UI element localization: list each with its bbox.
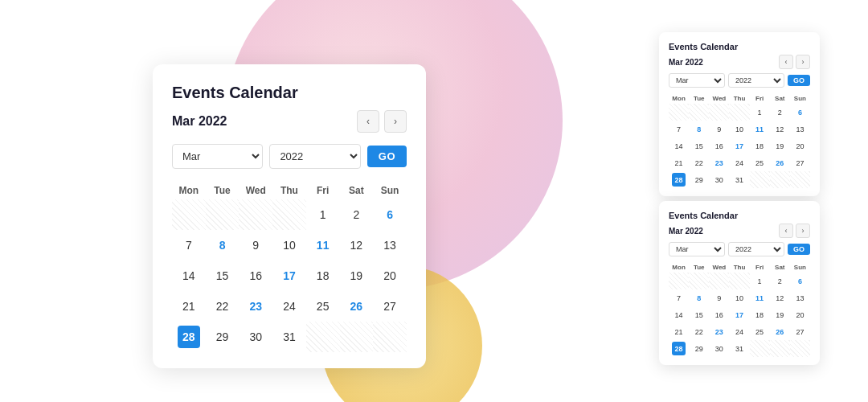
day-13[interactable]: 13 (379, 234, 401, 256)
sc-b-day-2[interactable]: 2 (773, 274, 787, 288)
day-1[interactable]: 1 (312, 203, 334, 226)
day-23[interactable]: 23 (244, 295, 267, 318)
day-7[interactable]: 7 (178, 234, 200, 256)
sc-b-day-16[interactable]: 16 (712, 308, 726, 322)
day-29[interactable]: 29 (211, 326, 234, 348)
main-year-select[interactable]: 2020202120222023 (269, 144, 360, 169)
sc-day-21[interactable]: 21 (672, 156, 686, 170)
day-30[interactable]: 30 (244, 326, 267, 348)
sc-day-9[interactable]: 9 (712, 122, 726, 136)
day-17[interactable]: 17 (278, 265, 301, 287)
sc-b-day-25[interactable]: 25 (753, 325, 767, 338)
sc-b-day-31[interactable]: 31 (732, 342, 746, 355)
sc-day-26[interactable]: 26 (773, 156, 787, 170)
sc-top-next-button[interactable]: › (796, 55, 810, 69)
main-prev-button[interactable]: ‹ (357, 110, 379, 133)
sc-day-12[interactable]: 12 (773, 122, 787, 136)
day-18[interactable]: 18 (312, 265, 334, 287)
day-31[interactable]: 31 (278, 326, 301, 348)
sc-b-day-13[interactable]: 13 (793, 291, 807, 305)
sc-day-2[interactable]: 2 (773, 105, 787, 119)
day-11[interactable]: 11 (312, 234, 334, 256)
day-12[interactable]: 12 (345, 234, 367, 256)
sc-b-day-12[interactable]: 12 (773, 291, 787, 305)
sc-b-day-15[interactable]: 15 (692, 308, 706, 322)
sc-top-go-button[interactable]: GO (788, 75, 810, 86)
sc-day-22[interactable]: 22 (692, 156, 706, 170)
sc-b-day-24[interactable]: 24 (732, 325, 746, 338)
sc-b-day-9[interactable]: 9 (712, 291, 726, 305)
sc-day-31[interactable]: 31 (732, 173, 746, 187)
day-26[interactable]: 26 (345, 295, 367, 318)
sc-top-month-select[interactable]: JanFebMarApr (669, 73, 725, 88)
sc-b-day-1[interactable]: 1 (753, 274, 767, 288)
sc-day-10[interactable]: 10 (732, 122, 746, 136)
day-9[interactable]: 9 (244, 234, 267, 256)
day-10[interactable]: 10 (278, 234, 301, 256)
sc-day-29[interactable]: 29 (692, 173, 706, 187)
sc-top-year-select[interactable]: 202120222023 (728, 73, 784, 88)
sc-b-day-28-selected[interactable]: 28 (672, 342, 686, 355)
sc-day-13[interactable]: 13 (793, 122, 807, 136)
sc-bottom-prev-button[interactable]: ‹ (779, 224, 793, 238)
sc-b-day-23[interactable]: 23 (712, 325, 726, 338)
sc-b-day-10[interactable]: 10 (732, 291, 746, 305)
sc-b-day-20[interactable]: 20 (793, 308, 807, 322)
sc-day-23[interactable]: 23 (712, 156, 726, 170)
sc-day-28-selected[interactable]: 28 (672, 173, 686, 187)
sc-day-7[interactable]: 7 (672, 122, 686, 136)
sc-day-24[interactable]: 24 (732, 156, 746, 170)
sc-b-day-21[interactable]: 21 (672, 325, 686, 338)
sc-b-day-26[interactable]: 26 (773, 325, 787, 338)
day-27[interactable]: 27 (379, 295, 401, 318)
sc-b-day-6[interactable]: 6 (793, 274, 807, 288)
sc-day-27[interactable]: 27 (793, 156, 807, 170)
day-2[interactable]: 2 (345, 203, 367, 226)
sc-b-day-19[interactable]: 19 (773, 308, 787, 322)
sc-day-11[interactable]: 11 (753, 122, 767, 136)
sc-b-day-22[interactable]: 22 (692, 325, 706, 338)
main-month-select[interactable]: JanFebMarApr MayJunJulAug SepOctNovDec (172, 144, 263, 169)
sc-b-day-14[interactable]: 14 (672, 308, 686, 322)
sc-bottom-go-button[interactable]: GO (788, 244, 810, 255)
sc-bottom-month-select[interactable]: JanFebMarApr (669, 242, 725, 256)
sc-day-16[interactable]: 16 (712, 139, 726, 153)
sc-day-25[interactable]: 25 (753, 156, 767, 170)
sc-b-day-30[interactable]: 30 (712, 342, 726, 355)
day-20[interactable]: 20 (379, 265, 401, 287)
sc-day-8[interactable]: 8 (692, 122, 706, 136)
day-15[interactable]: 15 (211, 265, 234, 287)
day-25[interactable]: 25 (312, 295, 334, 318)
sc-day-15[interactable]: 15 (692, 139, 706, 153)
day-8[interactable]: 8 (211, 234, 234, 256)
sc-b-day-18[interactable]: 18 (753, 308, 767, 322)
day-24[interactable]: 24 (278, 295, 301, 318)
sc-b-day-17[interactable]: 17 (732, 308, 746, 322)
sc-day-17[interactable]: 17 (732, 139, 746, 153)
sc-day-1[interactable]: 1 (753, 105, 767, 119)
main-next-button[interactable]: › (384, 110, 407, 133)
sc-bottom-year-select[interactable]: 202120222023 (728, 242, 784, 256)
day-6[interactable]: 6 (379, 203, 401, 226)
day-14[interactable]: 14 (178, 265, 200, 287)
sc-day-18[interactable]: 18 (753, 139, 767, 153)
sc-b-day-29[interactable]: 29 (692, 342, 706, 355)
sc-b-day-8[interactable]: 8 (692, 291, 706, 305)
day-21[interactable]: 21 (178, 295, 200, 318)
sc-day-19[interactable]: 19 (773, 139, 787, 153)
day-22[interactable]: 22 (211, 295, 234, 318)
sc-day-14[interactable]: 14 (672, 139, 686, 153)
sc-day-20[interactable]: 20 (793, 139, 807, 153)
day-28-selected[interactable]: 28 (178, 326, 200, 348)
sc-day-30[interactable]: 30 (712, 173, 726, 187)
sc-b-day-11[interactable]: 11 (753, 291, 767, 305)
day-16[interactable]: 16 (244, 265, 267, 287)
sc-top-prev-button[interactable]: ‹ (779, 55, 793, 69)
day-19[interactable]: 19 (345, 265, 367, 287)
sc-day-6[interactable]: 6 (793, 105, 807, 119)
main-go-button[interactable]: GO (367, 146, 407, 167)
main-month-nav: Mar 2022 ‹ › (172, 110, 407, 133)
sc-bottom-next-button[interactable]: › (796, 224, 810, 238)
sc-b-day-27[interactable]: 27 (793, 325, 807, 338)
sc-b-day-7[interactable]: 7 (672, 291, 686, 305)
